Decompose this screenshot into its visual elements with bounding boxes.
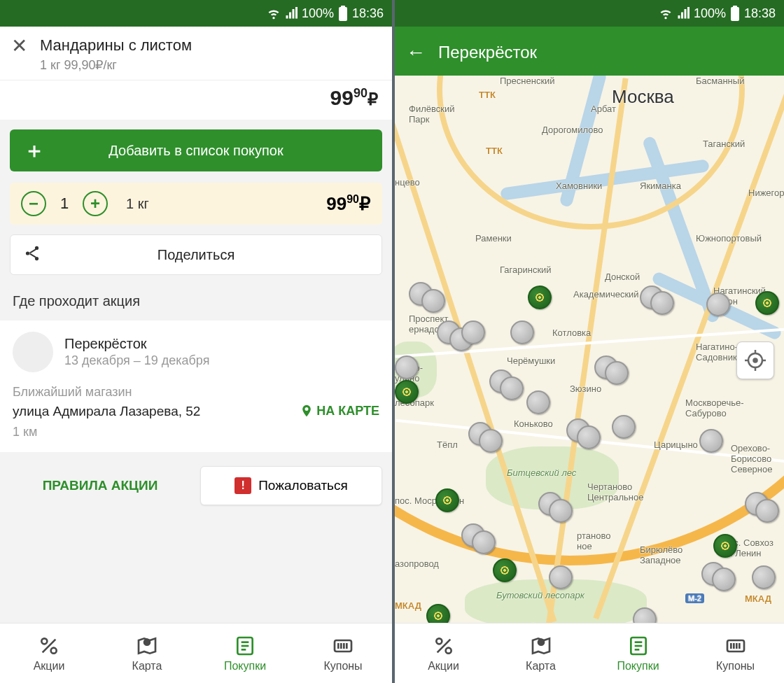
store-dates: 13 декабря – 19 декабря	[64, 353, 209, 368]
price-int: 99	[330, 86, 354, 109]
map-label: Москворечье- Сабурово	[685, 397, 744, 418]
svg-rect-18	[731, 7, 739, 21]
percent-icon	[38, 635, 60, 657]
map-pin[interactable]	[755, 499, 779, 523]
map-label: Якиманка	[640, 181, 681, 191]
rules-button[interactable]: ПРАВИЛА АКЦИИ	[10, 466, 190, 505]
map-label: Таганский	[703, 139, 745, 149]
map-label: Пресненский	[500, 76, 555, 86]
app-bar: ← Перекрёсток	[395, 27, 784, 76]
city-label: Москва	[612, 86, 674, 108]
product-subtitle: 1 кг 99,90₽/кг	[40, 57, 381, 73]
map-label: МКАД	[395, 600, 421, 611]
map-label: Зюзино	[570, 383, 601, 394]
map-pin[interactable]	[650, 291, 674, 315]
map-pin[interactable]	[605, 361, 629, 385]
wifi-icon	[659, 6, 673, 20]
map-pin[interactable]	[633, 607, 657, 623]
map-label: Раменки	[475, 233, 512, 244]
quantity-row: − 1 + 1 кг 9990₽	[10, 183, 382, 225]
map-label: Бирюлёво Западное	[640, 544, 682, 565]
map-label: азопровод	[395, 558, 439, 569]
map-pin[interactable]	[479, 429, 503, 453]
price-frac: 90	[354, 86, 368, 100]
map-pin[interactable]	[395, 355, 419, 379]
map-label: ртаново ное	[577, 530, 610, 551]
map[interactable]: Москва Пресненский Арбат Басманный Филёв…	[395, 76, 784, 623]
map-label: Северный	[493, 621, 536, 623]
nav-promo[interactable]: Акции	[395, 624, 492, 683]
warn-icon: !	[234, 477, 251, 494]
close-icon[interactable]: ✕	[11, 36, 27, 56]
store-card[interactable]: Перекрёсток 13 декабря – 19 декабря Ближ…	[0, 321, 392, 452]
map-pin[interactable]	[493, 558, 517, 582]
map-pin[interactable]	[526, 390, 550, 414]
decrement-button[interactable]: −	[21, 191, 46, 216]
map-pin[interactable]	[577, 425, 601, 449]
map-label: Бутовский лесопарк	[496, 590, 584, 600]
phone-left: 100% 18:36 ✕ Мандарины с листом 1 кг 99,…	[0, 0, 392, 683]
map-pin[interactable]	[713, 534, 737, 558]
map-pin[interactable]	[612, 415, 636, 439]
map-pin[interactable]	[426, 604, 450, 623]
barcode-icon	[332, 635, 354, 657]
nav-promo[interactable]: Акции	[0, 624, 98, 683]
status-bar: 100% 18:38	[395, 0, 784, 27]
nav-map[interactable]: Карта	[492, 624, 589, 683]
time: 18:38	[744, 6, 776, 21]
map-label: Басманный	[696, 76, 744, 86]
add-to-list-button[interactable]: ＋ Добавить в список покупок	[10, 129, 382, 171]
nav-shop[interactable]: Покупки	[196, 624, 294, 683]
map-pin[interactable]	[549, 499, 573, 523]
list-icon	[234, 635, 256, 657]
svg-point-8	[144, 639, 150, 645]
map-label: Черёмушки	[507, 355, 555, 366]
map-pin[interactable]	[752, 565, 776, 589]
locate-button[interactable]	[736, 342, 774, 379]
on-map-link[interactable]: НА КАРТЕ	[300, 402, 379, 419]
store-name: Перекрёсток	[64, 336, 209, 352]
nav-coupons[interactable]: Купоны	[294, 624, 392, 683]
share-button[interactable]: Поделиться	[10, 234, 382, 275]
map-pin[interactable]	[395, 380, 419, 404]
back-icon[interactable]: ←	[406, 41, 426, 64]
map-pin[interactable]	[421, 289, 445, 313]
map-label: Донской	[605, 272, 640, 282]
percent-icon	[433, 635, 455, 657]
map-label: ТТК	[486, 146, 503, 156]
map-label: Нижегор	[748, 188, 784, 198]
svg-point-29	[538, 639, 544, 645]
nav-shop[interactable]: Покупки	[589, 624, 687, 683]
pin-icon	[300, 402, 314, 419]
map-pin[interactable]	[461, 321, 485, 344]
currency-symbol: ₽	[368, 90, 378, 108]
nav-map[interactable]: Карта	[98, 624, 196, 683]
store-address: улица Адмирала Лазарева, 52	[13, 402, 293, 421]
screen-title: Перекрёсток	[438, 43, 537, 62]
map-pin[interactable]	[549, 565, 573, 589]
map-icon	[136, 635, 158, 657]
map-label: Академический	[573, 289, 639, 300]
complain-button[interactable]: ! Пожаловаться	[200, 466, 382, 505]
map-label: Нагатино- Садовники	[696, 342, 742, 362]
nav-coupons[interactable]: Купоны	[687, 624, 784, 683]
map-pin[interactable]	[472, 530, 496, 554]
where-label: Где проходит акция	[13, 293, 379, 309]
status-bar: 100% 18:36	[0, 0, 392, 27]
map-pin[interactable]	[435, 488, 459, 512]
map-pin[interactable]	[706, 293, 730, 316]
map-pin[interactable]	[699, 429, 723, 453]
map-label: Филёвский Парк	[409, 104, 454, 125]
map-pin[interactable]	[528, 286, 552, 309]
svg-line-7	[43, 639, 56, 652]
increment-button[interactable]: +	[83, 191, 108, 216]
map-pin[interactable]	[510, 321, 534, 344]
map-pin[interactable]	[755, 291, 779, 315]
map-pin[interactable]	[712, 568, 736, 591]
unit-label: 1 кг	[126, 196, 149, 212]
list-icon	[627, 635, 650, 657]
map-label: Измайлово	[724, 621, 771, 623]
signal-icon	[677, 7, 690, 20]
map-pin[interactable]	[500, 376, 524, 400]
line-price: 9990₽	[326, 193, 371, 215]
